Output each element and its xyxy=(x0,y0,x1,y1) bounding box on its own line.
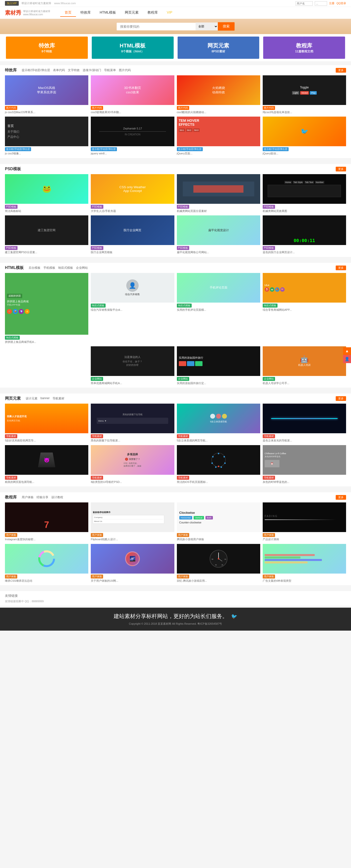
effects-card-8[interactable]: 🐦 提示框/浮动层/弹出层 jQuery鼠动... xyxy=(263,117,346,155)
elements-card-3[interactable]: 5款立体质感导航 导航素材 5款立体质感的网页导航... xyxy=(177,404,260,442)
nav-html[interactable]: HTML模板 xyxy=(95,9,120,17)
footer: 建站素材分享标杆网站，更好的为站长们服务。 🐦 Copyright © 2011… xyxy=(0,608,351,631)
psd-card-6[interactable]: 医疗企业网页 PSD模板 医疗企业网页模板 xyxy=(91,215,174,254)
effects-tab-5[interactable]: 导航菜单 xyxy=(104,68,116,72)
hero-tutorials[interactable]: 教程库 11篇教程文档 xyxy=(263,36,345,59)
elements-thumb-6: 多项选择 我赞整了？ 计社: 自然天始，如果你们整了，妹妹 xyxy=(91,445,174,475)
html-card-3[interactable]: 手机评论页面 响应式模板 实用的手机评论页面模... xyxy=(177,273,260,312)
effects-card-1[interactable]: MacOS风格苹果系统界面 图片代码 js css3仿MacOS苹果系... xyxy=(5,75,88,114)
html-card-6[interactable]: 实用的游如国外旅行 企业网站 实用的游如国外旅行定... xyxy=(177,346,260,385)
elements-label-5: 导航素材 xyxy=(5,476,17,480)
search-input[interactable] xyxy=(117,23,196,30)
elements-card-4[interactable]: 导航素材 蓝色立体发光的导航菜... xyxy=(263,404,346,442)
svg-text:50: 50 xyxy=(212,558,213,560)
effects-card-4[interactable]: Toggle Light Muted Play 图片代码 纯css3鸟选项化单选… xyxy=(263,75,346,114)
html-card-2[interactable]: 👤 综合汽车销售 响应式模板 综合汽车销售保险平台di... xyxy=(91,273,174,312)
psd-card-4[interactable]: Home Tab Style Tab Text Number PSD模板 机械类… xyxy=(263,174,346,213)
psd-card-8[interactable]: 00:00:11 PSD模板 蓝色的医疗企业网页设计... xyxy=(263,215,346,254)
username-input[interactable] xyxy=(295,1,313,6)
html-tab-2[interactable]: 手机模板 xyxy=(43,266,55,270)
hero-html[interactable]: HTML模板 8个模板（html） xyxy=(92,36,174,59)
logo-sub: 帮设计师省时省力素材库 www.98sucai.com xyxy=(23,10,50,16)
html-tab-1[interactable]: 后台模板 xyxy=(29,266,40,270)
elements-tab-1[interactable]: 设计元素 xyxy=(26,397,37,401)
tutorials-thumb-2: 鼠标移停动画事件 Company About Us xyxy=(91,502,174,532)
qq-login-link[interactable]: QQ登录 xyxy=(337,1,346,5)
html-card-big[interactable]: 成都拼拼团 拼拼团上食品商城 手机APP专题 🛒 📦 💎 ⭐ 响应式模板 拼拼团… xyxy=(5,273,88,344)
nav-vip[interactable]: VIP xyxy=(162,9,177,17)
html-more-button[interactable]: 更多 xyxy=(336,266,346,270)
psd-more-button[interactable]: 更多 xyxy=(336,167,346,172)
elements-card-2[interactable]: 黑色的新颖下拉导航 Menu ▼ 导航素材 黑色的新颖下拉导航菜... xyxy=(91,404,174,442)
scroll-top-button[interactable]: ▲ xyxy=(343,347,351,355)
effects-card-3[interactable]: 火焰燃烧动画特效 图片代码 css3酷炫的火焰燃烧动... xyxy=(177,75,260,114)
elements-thumb-4 xyxy=(263,404,346,433)
psd-card-2[interactable]: CSS only WeatherApp Concept PSD模板 大学生人活/… xyxy=(91,174,174,213)
tutorials-card-8[interactable]: 用户体验 广告文案的4种表现类型 xyxy=(263,544,346,583)
psd-card-7[interactable]: 扁平化视觉设计 PSD模板 扁平化视觉网络公司网站... xyxy=(177,215,260,254)
psd-label-7: PSD模板 xyxy=(177,246,189,250)
elements-card-1[interactable]: 招募人才促进开花 彩色网页导航 导航素材 5款好灵风格彩色网页导... xyxy=(5,404,88,442)
tutorials-card-1[interactable]: 7 用户体验 Instagram速度快的秘密... xyxy=(5,502,88,541)
effects-thumb-1: MacOS风格苹果系统界面 xyxy=(5,75,88,105)
tutorials-card-3[interactable]: Clockwise Horizontal Vertical Both Count… xyxy=(177,502,260,541)
effects-card-5[interactable]: 首页 关于我们 产品中心 提示框/浮动层/弹出层 js css3镜像... xyxy=(5,117,88,155)
tutorials-card-7[interactable]: 50 40 20 10 用户体验 回忆·腾讯旅小游戏应用... xyxy=(177,544,260,583)
psd-card-5[interactable]: 建工集团官网 PSD模板 建工集团官网PSD分层素... xyxy=(5,215,88,254)
hero-elements[interactable]: 网页元素 8PSD素材 xyxy=(178,36,259,59)
elements-card-7[interactable]: 导航素材 简洁的iOS手机页面图标... xyxy=(177,445,260,484)
effects-thumb-3: 火焰燃烧动画特效 xyxy=(177,75,260,105)
header: 素材秀 帮设计师省时省力素材库 www.98sucai.com 首页 特效库 H… xyxy=(0,7,351,19)
psd-card-1[interactable]: 🐸 PSD模板 简洁风格标站 xyxy=(5,174,88,213)
tutorials-card-4[interactable]: F A D I N G 用户体验 产品设计测例 xyxy=(263,502,346,541)
effects-tab-2[interactable]: 表单代码 xyxy=(53,68,65,72)
elements-tab-2[interactable]: banner xyxy=(40,397,49,401)
effects-card-2[interactable]: 3D书本翻页css3效果 图片代码 css3玻璃效果3D书本翻... xyxy=(91,75,174,114)
vip-button[interactable]: 加入VIP xyxy=(5,1,19,6)
nav-home[interactable]: 首页 xyxy=(60,9,76,17)
elements-card-5[interactable]: 😈 导航素材 精美的网页面包屑导航... xyxy=(5,445,88,484)
login-link[interactable]: 注册 xyxy=(329,1,335,5)
effects-card-6[interactable]: Zephaniah 5.17 IN CREATION 提示框/浮动层/弹出层 j… xyxy=(91,117,174,155)
tutorials-tab-2[interactable]: 经验分享 xyxy=(36,495,48,499)
tutorials-more-button[interactable]: 更多 xyxy=(336,495,346,500)
html-tab-3[interactable]: 响应式模板 xyxy=(58,266,73,270)
tutorials-tab-1[interactable]: 用户体验 xyxy=(22,495,34,499)
nav-tutorials[interactable]: 教程库 xyxy=(143,9,162,17)
tutorials-card-6[interactable]: 🌌 用户体验 关于用户体验的UI/网... xyxy=(91,544,174,583)
elements-card-8[interactable]: Chillwave Lo-fi Coffee 灰色的时钟带蓝色 ⏰ 导航素材 灰… xyxy=(263,445,346,484)
elements-more-button[interactable]: 更多 xyxy=(336,396,346,401)
effects-desc-2: css3玻璃效果3D书本翻... xyxy=(91,111,174,114)
search-button[interactable]: 搜索 xyxy=(218,22,235,31)
search-select[interactable]: 全部 特效库 HTML模板 网页元素 xyxy=(196,23,218,30)
password-input[interactable] xyxy=(315,1,327,6)
elements-label-3: 导航素材 xyxy=(177,434,189,438)
svg-point-2 xyxy=(223,456,225,458)
effects-more-button[interactable]: 更多 xyxy=(336,68,346,73)
tutorials-card-2[interactable]: 鼠标移停动画事件 Company About Us 用户体验 Flipboard… xyxy=(91,502,174,541)
nav-elements[interactable]: 网页元素 xyxy=(120,9,143,17)
svg-text:40: 40 xyxy=(215,564,217,566)
effects-tab-3[interactable]: 文字特效 xyxy=(68,68,80,72)
html-card-7[interactable]: 🤖 机器人培训 企业网站 机器人培训学公司手... xyxy=(263,346,346,385)
effects-tab-4[interactable]: 选项卡/滚动门 xyxy=(83,68,101,72)
user-icon-button[interactable]: 👤 xyxy=(343,355,351,363)
elements-desc-6: 8款类型的UI导航栏PSD... xyxy=(91,480,174,484)
html-tab-4[interactable]: 企业网站 xyxy=(76,266,88,270)
elements-tab-3[interactable]: 导航素材 xyxy=(52,397,64,401)
svg-point-3 xyxy=(224,462,226,464)
psd-card-3[interactable]: PSD模板 机械类网站页面分层素材 xyxy=(177,174,260,213)
html-label-2: 响应式模板 xyxy=(91,304,106,308)
html-card-5[interactable]: 法是身边的人 你在不在，妹子？ 好好的你呀 企业网站 简单优惠商城网站手机A..… xyxy=(91,346,174,385)
html-card-4[interactable]: LiLa 🍺 🥗 🎁 💝 响应式模板 综合零售商城网站APP... xyxy=(263,273,346,312)
elements-card-6[interactable]: 多项选择 我赞整了？ 计社: 自然天始，如果你们整了，妹妹 导航素材 8款类型的… xyxy=(91,445,174,484)
effects-card-7[interactable]: TEM HOVER EFFECTS btn1 btn2 btn3 提示框/浮动层… xyxy=(177,117,260,155)
effects-tab-1[interactable]: 提示框/浮动层/弹出层 xyxy=(22,68,50,72)
elements-label-1: 导航素材 xyxy=(5,434,17,438)
tutorials-tab-3[interactable]: 设计教程 xyxy=(51,495,63,499)
hero-effects[interactable]: 特效库 8个特效 xyxy=(6,36,88,59)
footer-bird-icon: 🐦 xyxy=(231,614,237,619)
effects-tab-6[interactable]: 图片代码 xyxy=(119,68,131,72)
tutorials-card-5[interactable]: 用户体验 继承CSS继承语法总结 xyxy=(5,544,88,583)
nav-effects[interactable]: 特效库 xyxy=(76,9,95,17)
